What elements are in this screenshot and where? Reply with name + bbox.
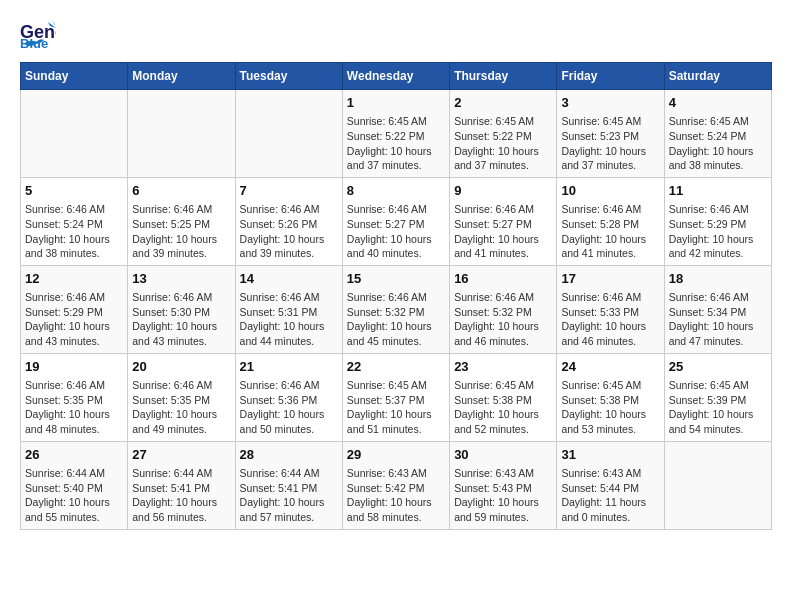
- calendar-cell: [128, 90, 235, 178]
- day-number: 19: [25, 358, 123, 376]
- calendar-cell: 7Sunrise: 6:46 AMSunset: 5:26 PMDaylight…: [235, 177, 342, 265]
- day-info: Sunrise: 6:46 AMSunset: 5:34 PMDaylight:…: [669, 290, 767, 349]
- week-row-5: 26Sunrise: 6:44 AMSunset: 5:40 PMDayligh…: [21, 441, 772, 529]
- day-number: 14: [240, 270, 338, 288]
- day-number: 30: [454, 446, 552, 464]
- day-number: 2: [454, 94, 552, 112]
- day-info: Sunrise: 6:46 AMSunset: 5:35 PMDaylight:…: [132, 378, 230, 437]
- day-info: Sunrise: 6:46 AMSunset: 5:26 PMDaylight:…: [240, 202, 338, 261]
- day-info: Sunrise: 6:45 AMSunset: 5:38 PMDaylight:…: [454, 378, 552, 437]
- day-info: Sunrise: 6:46 AMSunset: 5:32 PMDaylight:…: [347, 290, 445, 349]
- day-info: Sunrise: 6:43 AMSunset: 5:42 PMDaylight:…: [347, 466, 445, 525]
- column-header-thursday: Thursday: [450, 63, 557, 90]
- day-number: 20: [132, 358, 230, 376]
- day-info: Sunrise: 6:46 AMSunset: 5:27 PMDaylight:…: [347, 202, 445, 261]
- column-header-monday: Monday: [128, 63, 235, 90]
- day-info: Sunrise: 6:44 AMSunset: 5:41 PMDaylight:…: [240, 466, 338, 525]
- calendar-cell: 26Sunrise: 6:44 AMSunset: 5:40 PMDayligh…: [21, 441, 128, 529]
- calendar-cell: 3Sunrise: 6:45 AMSunset: 5:23 PMDaylight…: [557, 90, 664, 178]
- day-info: Sunrise: 6:46 AMSunset: 5:29 PMDaylight:…: [25, 290, 123, 349]
- day-info: Sunrise: 6:46 AMSunset: 5:28 PMDaylight:…: [561, 202, 659, 261]
- day-number: 13: [132, 270, 230, 288]
- calendar-cell: 15Sunrise: 6:46 AMSunset: 5:32 PMDayligh…: [342, 265, 449, 353]
- day-number: 29: [347, 446, 445, 464]
- calendar-cell: 1Sunrise: 6:45 AMSunset: 5:22 PMDaylight…: [342, 90, 449, 178]
- day-info: Sunrise: 6:45 AMSunset: 5:22 PMDaylight:…: [347, 114, 445, 173]
- calendar-cell: 5Sunrise: 6:46 AMSunset: 5:24 PMDaylight…: [21, 177, 128, 265]
- calendar-header-row: SundayMondayTuesdayWednesdayThursdayFrid…: [21, 63, 772, 90]
- column-header-friday: Friday: [557, 63, 664, 90]
- day-number: 21: [240, 358, 338, 376]
- calendar-cell: 11Sunrise: 6:46 AMSunset: 5:29 PMDayligh…: [664, 177, 771, 265]
- day-info: Sunrise: 6:46 AMSunset: 5:36 PMDaylight:…: [240, 378, 338, 437]
- day-number: 17: [561, 270, 659, 288]
- calendar-cell: 27Sunrise: 6:44 AMSunset: 5:41 PMDayligh…: [128, 441, 235, 529]
- day-info: Sunrise: 6:45 AMSunset: 5:23 PMDaylight:…: [561, 114, 659, 173]
- calendar-cell: 30Sunrise: 6:43 AMSunset: 5:43 PMDayligh…: [450, 441, 557, 529]
- calendar-cell: [21, 90, 128, 178]
- day-number: 3: [561, 94, 659, 112]
- day-info: Sunrise: 6:45 AMSunset: 5:37 PMDaylight:…: [347, 378, 445, 437]
- calendar-cell: 8Sunrise: 6:46 AMSunset: 5:27 PMDaylight…: [342, 177, 449, 265]
- calendar-table: SundayMondayTuesdayWednesdayThursdayFrid…: [20, 62, 772, 530]
- day-info: Sunrise: 6:45 AMSunset: 5:38 PMDaylight:…: [561, 378, 659, 437]
- day-info: Sunrise: 6:46 AMSunset: 5:30 PMDaylight:…: [132, 290, 230, 349]
- day-number: 8: [347, 182, 445, 200]
- day-info: Sunrise: 6:45 AMSunset: 5:22 PMDaylight:…: [454, 114, 552, 173]
- week-row-1: 1Sunrise: 6:45 AMSunset: 5:22 PMDaylight…: [21, 90, 772, 178]
- calendar-cell: 6Sunrise: 6:46 AMSunset: 5:25 PMDaylight…: [128, 177, 235, 265]
- day-number: 25: [669, 358, 767, 376]
- calendar-cell: 13Sunrise: 6:46 AMSunset: 5:30 PMDayligh…: [128, 265, 235, 353]
- calendar-cell: 28Sunrise: 6:44 AMSunset: 5:41 PMDayligh…: [235, 441, 342, 529]
- day-info: Sunrise: 6:43 AMSunset: 5:44 PMDaylight:…: [561, 466, 659, 525]
- day-number: 18: [669, 270, 767, 288]
- column-header-sunday: Sunday: [21, 63, 128, 90]
- page-header: General Blue: [20, 20, 772, 52]
- calendar-cell: [235, 90, 342, 178]
- day-number: 28: [240, 446, 338, 464]
- day-info: Sunrise: 6:46 AMSunset: 5:25 PMDaylight:…: [132, 202, 230, 261]
- calendar-cell: 29Sunrise: 6:43 AMSunset: 5:42 PMDayligh…: [342, 441, 449, 529]
- column-header-wednesday: Wednesday: [342, 63, 449, 90]
- day-info: Sunrise: 6:46 AMSunset: 5:27 PMDaylight:…: [454, 202, 552, 261]
- week-row-4: 19Sunrise: 6:46 AMSunset: 5:35 PMDayligh…: [21, 353, 772, 441]
- day-number: 10: [561, 182, 659, 200]
- week-row-3: 12Sunrise: 6:46 AMSunset: 5:29 PMDayligh…: [21, 265, 772, 353]
- calendar-cell: 31Sunrise: 6:43 AMSunset: 5:44 PMDayligh…: [557, 441, 664, 529]
- calendar-cell: 4Sunrise: 6:45 AMSunset: 5:24 PMDaylight…: [664, 90, 771, 178]
- day-number: 5: [25, 182, 123, 200]
- calendar-cell: 17Sunrise: 6:46 AMSunset: 5:33 PMDayligh…: [557, 265, 664, 353]
- day-number: 23: [454, 358, 552, 376]
- day-info: Sunrise: 6:46 AMSunset: 5:32 PMDaylight:…: [454, 290, 552, 349]
- day-number: 4: [669, 94, 767, 112]
- day-info: Sunrise: 6:46 AMSunset: 5:33 PMDaylight:…: [561, 290, 659, 349]
- calendar-cell: 12Sunrise: 6:46 AMSunset: 5:29 PMDayligh…: [21, 265, 128, 353]
- column-header-tuesday: Tuesday: [235, 63, 342, 90]
- calendar-cell: 9Sunrise: 6:46 AMSunset: 5:27 PMDaylight…: [450, 177, 557, 265]
- calendar-cell: 14Sunrise: 6:46 AMSunset: 5:31 PMDayligh…: [235, 265, 342, 353]
- day-info: Sunrise: 6:45 AMSunset: 5:24 PMDaylight:…: [669, 114, 767, 173]
- day-number: 26: [25, 446, 123, 464]
- calendar-cell: 24Sunrise: 6:45 AMSunset: 5:38 PMDayligh…: [557, 353, 664, 441]
- logo: General Blue: [20, 20, 56, 52]
- day-info: Sunrise: 6:43 AMSunset: 5:43 PMDaylight:…: [454, 466, 552, 525]
- calendar-cell: 2Sunrise: 6:45 AMSunset: 5:22 PMDaylight…: [450, 90, 557, 178]
- day-number: 27: [132, 446, 230, 464]
- day-number: 6: [132, 182, 230, 200]
- day-info: Sunrise: 6:44 AMSunset: 5:40 PMDaylight:…: [25, 466, 123, 525]
- day-info: Sunrise: 6:46 AMSunset: 5:29 PMDaylight:…: [669, 202, 767, 261]
- day-number: 11: [669, 182, 767, 200]
- calendar-cell: 10Sunrise: 6:46 AMSunset: 5:28 PMDayligh…: [557, 177, 664, 265]
- day-number: 9: [454, 182, 552, 200]
- column-header-saturday: Saturday: [664, 63, 771, 90]
- calendar-cell: 22Sunrise: 6:45 AMSunset: 5:37 PMDayligh…: [342, 353, 449, 441]
- calendar-cell: 18Sunrise: 6:46 AMSunset: 5:34 PMDayligh…: [664, 265, 771, 353]
- day-number: 22: [347, 358, 445, 376]
- calendar-cell: 20Sunrise: 6:46 AMSunset: 5:35 PMDayligh…: [128, 353, 235, 441]
- day-info: Sunrise: 6:45 AMSunset: 5:39 PMDaylight:…: [669, 378, 767, 437]
- day-info: Sunrise: 6:46 AMSunset: 5:31 PMDaylight:…: [240, 290, 338, 349]
- day-number: 15: [347, 270, 445, 288]
- calendar-cell: 21Sunrise: 6:46 AMSunset: 5:36 PMDayligh…: [235, 353, 342, 441]
- day-info: Sunrise: 6:46 AMSunset: 5:24 PMDaylight:…: [25, 202, 123, 261]
- day-number: 31: [561, 446, 659, 464]
